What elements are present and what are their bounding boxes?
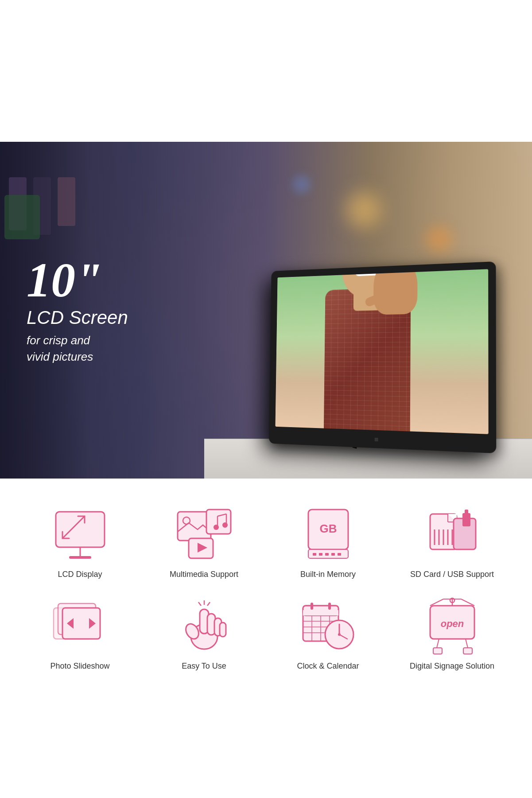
product-frame-container [249,177,505,479]
clock-calendar-icon [299,597,357,654]
signage-icon-wrap: open [423,597,481,654]
svg-rect-20 [331,553,335,556]
svg-rect-32 [462,513,470,526]
svg-rect-50 [303,610,338,615]
multimedia-icon-wrap [175,505,233,563]
svg-rect-0 [56,512,105,547]
clock-calendar-label: Clock & Calendar [297,662,359,671]
svg-rect-33 [465,510,468,515]
svg-rect-6 [206,510,231,534]
hero-text-block: 10" LCD Screen for crisp and vivid pictu… [27,256,128,365]
bottom-whitespace [0,689,532,777]
feature-sd-usb: SD Card / USB Support [395,505,510,579]
svg-line-68 [461,599,474,606]
svg-point-11 [222,522,228,528]
digital-signage-icon: open [423,597,481,654]
memory-icon-wrap: GB [299,505,357,563]
svg-rect-2 [69,556,91,559]
svg-rect-51 [311,603,313,610]
feature-slideshow: Photo Slideshow [23,597,138,671]
feature-lcd-display: LCD Display [23,505,138,579]
svg-rect-52 [328,603,331,610]
hero-section: 10" LCD Screen for crisp and vivid pictu… [0,142,532,479]
signage-label: Digital Signage Solution [410,662,494,671]
easy-use-icon [175,597,233,654]
top-whitespace [0,0,532,71]
easy-use-label: Easy To Use [182,662,226,671]
svg-line-70 [437,639,439,648]
svg-text:GB: GB [319,522,337,535]
svg-line-67 [430,599,443,606]
memory-icon: GB [299,505,357,563]
sd-usb-icon [423,505,481,563]
hero-description: for crisp and vivid pictures [27,332,128,365]
svg-line-71 [466,639,468,648]
svg-rect-18 [319,553,322,556]
hero-lcd-title: LCD Screen [27,307,128,329]
sd-usb-icon-wrap [423,505,481,563]
memory-label: Built-in Memory [300,570,356,579]
feature-clock: Clock & Calendar [271,597,386,671]
svg-rect-17 [313,553,316,556]
hero-size: 10" [27,256,128,304]
sd-usb-label: SD Card / USB Support [410,570,494,579]
svg-text:open: open [440,618,464,629]
slideshow-icon [51,597,109,654]
feature-memory: GB Built-in Memory [271,505,386,579]
svg-rect-43 [220,623,226,637]
svg-rect-19 [325,553,329,556]
feature-signage: open Digital Signage Solution [395,597,510,671]
lcd-display-icon-wrap [51,505,109,563]
slideshow-icon-wrap [51,597,109,654]
frame-sensor [375,438,378,441]
svg-rect-73 [463,648,472,654]
svg-line-46 [207,602,210,606]
svg-line-47 [198,602,201,606]
clock-icon-wrap [299,597,357,654]
features-section: LCD Display [0,479,532,689]
features-grid: LCD Display [23,505,510,671]
multimedia-label: Multimedia Support [170,570,238,579]
feature-multimedia: Multimedia Support [147,505,262,579]
photo-frame [269,261,497,453]
svg-point-10 [214,525,219,530]
frame-screen [275,269,488,434]
lcd-display-icon [51,505,109,563]
lcd-display-label: LCD Display [58,570,102,579]
svg-rect-72 [433,648,442,654]
slideshow-label: Photo Slideshow [50,662,109,671]
feature-easy-use: Easy To Use [147,597,262,671]
multimedia-icon [175,505,233,563]
svg-rect-21 [338,553,341,556]
easy-use-icon-wrap [175,597,233,654]
